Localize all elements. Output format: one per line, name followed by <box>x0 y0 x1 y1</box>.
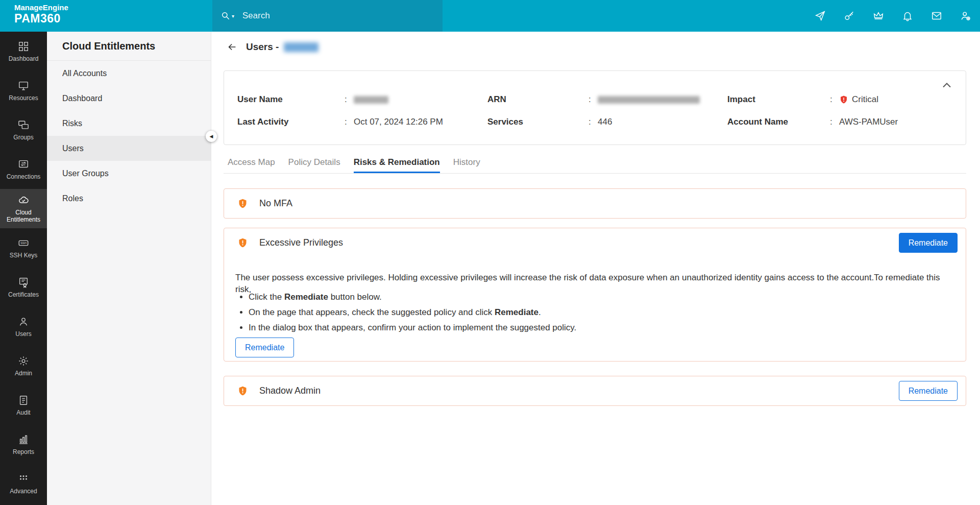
chevron-left-icon: ◀ <box>210 134 213 139</box>
field-label: Impact <box>727 94 830 105</box>
advanced-icon <box>18 473 29 485</box>
cloud-entitlements-icon <box>18 194 29 206</box>
remediation-step: On the page that appears, check the sugg… <box>249 305 576 320</box>
user-details-card: User Name : ARN : Impact : <box>224 70 966 145</box>
field-label: Last Activity <box>237 117 345 127</box>
subnav-item-dashboard[interactable]: Dashboard <box>47 86 211 111</box>
search-input[interactable] <box>241 10 412 21</box>
field-colon: : <box>345 94 354 105</box>
subnav-item-all-accounts[interactable]: All Accounts <box>47 61 211 86</box>
groups-icon <box>18 119 29 131</box>
sidebar-item-label: SSH Keys <box>10 252 38 259</box>
risk-card-excessive-privileges: Excessive Privileges Remediate The user … <box>224 228 966 362</box>
sidebar-item-users[interactable]: Users <box>0 307 47 346</box>
sidebar-item-label: Dashboard <box>9 56 39 63</box>
back-button[interactable] <box>227 41 238 53</box>
user-admin-icon[interactable] <box>960 10 971 21</box>
remediation-step: Click the Remediate button below. <box>249 290 576 305</box>
topbar-actions <box>815 0 980 32</box>
remediation-steps: Click the Remediate button below. On the… <box>237 290 576 335</box>
risk-card-no-mfa: No MFA <box>224 188 966 219</box>
sidebar-item-certificates[interactable]: Certificates <box>0 268 47 307</box>
reports-icon <box>18 434 29 446</box>
chevron-up-icon <box>943 84 950 87</box>
global-search: ▾ <box>212 0 443 32</box>
tab-risks-remediation[interactable]: Risks & Remediation <box>354 157 440 173</box>
sidebar-item-label: Groups <box>13 134 33 141</box>
subnav-item-users[interactable]: Users <box>47 136 211 161</box>
sidebar-item-groups[interactable]: Groups <box>0 110 47 150</box>
account-name-value: AWS-PAMUser <box>839 117 898 127</box>
impact-value: Critical <box>852 94 878 105</box>
field-services: Services : 446 <box>487 117 727 127</box>
subnav-item-roles[interactable]: Roles <box>47 186 211 211</box>
warning-shield-icon <box>237 386 248 396</box>
warning-shield-icon <box>237 198 248 209</box>
tab-access-map[interactable]: Access Map <box>228 157 275 173</box>
sidebar-item-audit[interactable]: Audit <box>0 386 47 425</box>
subnav-item-risks[interactable]: Risks <box>47 111 211 136</box>
paper-plane-icon[interactable] <box>815 10 826 21</box>
sidebar-item-label: Connections <box>7 174 41 181</box>
remediate-button[interactable]: Remediate <box>899 381 958 401</box>
redacted-user-name <box>284 42 318 52</box>
bell-icon[interactable] <box>902 10 913 21</box>
detail-tabs: Access Map Policy Details Risks & Remedi… <box>228 157 480 173</box>
sidebar-item-connections[interactable]: Connections <box>0 150 47 189</box>
dashboard-icon <box>18 40 29 53</box>
sidebar-item-label: Reports <box>13 449 34 456</box>
field-colon: : <box>830 117 839 127</box>
redacted-user-name-value <box>354 96 388 104</box>
risk-header[interactable]: Excessive Privileges Remediate <box>224 228 966 257</box>
svg-text:SSH: SSH <box>20 242 27 245</box>
chevron-down-icon: ▾ <box>232 13 234 19</box>
risk-title: Shadow Admin <box>259 386 321 396</box>
tab-policy-details[interactable]: Policy Details <box>288 157 340 173</box>
field-label: User Name <box>237 94 345 105</box>
remediation-step: In the dialog box that appears, confirm … <box>249 320 576 335</box>
field-label: ARN <box>487 94 589 105</box>
primary-sidebar: Dashboard Resources Groups Connec <box>0 32 47 505</box>
ssh-keys-icon: SSH <box>18 237 29 249</box>
search-scope-selector[interactable]: ▾ <box>220 11 234 21</box>
sidebar-item-cloud-entitlements[interactable]: Cloud Entitlements <box>0 189 47 228</box>
pam360-app: ManageEngine PAM360 ▾ <box>0 0 980 505</box>
subnav-item-user-groups[interactable]: User Groups <box>47 161 211 186</box>
sidebar-item-reports[interactable]: Reports <box>0 425 47 464</box>
tab-history[interactable]: History <box>453 157 480 173</box>
details-row-2: Last Activity : Oct 07, 2024 12:26 PM Se… <box>237 117 935 127</box>
field-user-name: User Name : <box>237 94 487 105</box>
field-last-activity: Last Activity : Oct 07, 2024 12:26 PM <box>237 117 487 127</box>
collapse-details-button[interactable] <box>940 80 953 90</box>
topbar: ManageEngine PAM360 ▾ <box>0 0 980 32</box>
sidebar-item-ssh-keys[interactable]: SSH SSH Keys <box>0 228 47 268</box>
mail-icon[interactable] <box>931 10 942 21</box>
search-icon <box>220 11 231 21</box>
risk-header[interactable]: No MFA <box>224 189 966 218</box>
resources-icon <box>18 80 29 92</box>
sidebar-item-label: Resources <box>9 95 38 102</box>
main-content: Users - User Name : ARN : <box>211 32 980 505</box>
sidebar-item-resources[interactable]: Resources <box>0 71 47 110</box>
remediate-inline-button[interactable]: Remediate <box>235 338 294 357</box>
services-value: 446 <box>598 117 612 127</box>
key-icon[interactable] <box>844 10 855 21</box>
risk-title: No MFA <box>259 198 292 209</box>
risk-header[interactable]: Shadow Admin Remediate <box>224 376 966 405</box>
sidebar-item-advanced[interactable]: Advanced <box>0 464 47 503</box>
sidebar-collapse-button[interactable]: ◀ <box>206 131 217 142</box>
brand-logo[interactable]: ManageEngine PAM360 <box>14 4 68 25</box>
field-label: Services <box>487 117 589 127</box>
remediate-button[interactable]: Remediate <box>899 233 958 253</box>
field-impact: Impact : Critical <box>727 94 935 105</box>
module-title: Cloud Entitlements <box>47 32 211 61</box>
sidebar-item-label: Cloud Entitlements <box>2 209 45 224</box>
sidebar-item-label: Users <box>15 331 31 338</box>
field-colon: : <box>345 117 354 127</box>
admin-icon <box>18 355 29 367</box>
page-header: Users - <box>211 32 980 62</box>
sidebar-item-admin[interactable]: Admin <box>0 346 47 386</box>
crown-icon[interactable] <box>873 10 884 21</box>
sidebar-item-label: Audit <box>16 410 30 417</box>
sidebar-item-dashboard[interactable]: Dashboard <box>0 32 47 71</box>
